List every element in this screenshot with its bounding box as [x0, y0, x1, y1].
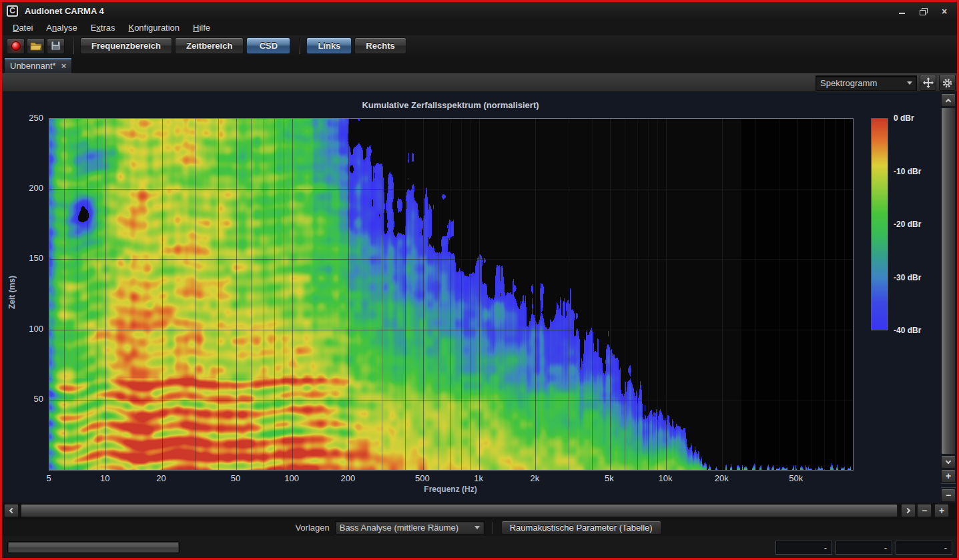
colorbar-tick-label: -20 dBr — [894, 220, 940, 229]
colorbar — [871, 118, 888, 330]
toolbar-separator — [299, 38, 300, 54]
menu-bar: DateiAnalyseExtrasKonfigurationHilfe — [2, 20, 957, 35]
links-channel-button[interactable]: Links — [306, 37, 352, 54]
vertical-scrollbar-thumb[interactable] — [941, 107, 956, 455]
frequenzbereich-button[interactable]: Frequenzbereich — [80, 37, 172, 54]
move-arrows-icon — [922, 77, 934, 89]
x-tick-label: 20 — [156, 473, 166, 483]
x-tick-label: 500 — [415, 473, 430, 483]
menu-item-hilfe[interactable]: Hilfe — [188, 21, 215, 34]
y-tick-label: 200 — [2, 183, 43, 193]
csd-button[interactable]: CSD — [246, 37, 290, 54]
open-file-button[interactable] — [27, 38, 45, 54]
view-options-bar: Spektrogramm — [2, 73, 957, 92]
x-tick-label: 10k — [659, 473, 673, 483]
spectrogram-canvas[interactable] — [49, 119, 853, 470]
tab-label: Unbennant* — [10, 61, 56, 71]
x-axis-label: Frequenz (Hz) — [49, 485, 852, 494]
restore-button[interactable] — [917, 6, 929, 17]
app-icon: C — [7, 5, 18, 17]
y-tick-label: 150 — [2, 253, 43, 263]
vorlagen-dropdown-value: Bass Analyse (mittlere Räume) — [340, 523, 469, 533]
application-window: C Audionet CARMA 4 × DateiAnalyseExtrasK… — [0, 0, 959, 560]
y-tick-label: 250 — [2, 113, 43, 123]
y-tick-label: 50 — [2, 394, 43, 404]
scroll-up-button[interactable] — [941, 93, 956, 107]
restore-icon — [920, 8, 927, 15]
record-button[interactable] — [7, 38, 25, 54]
tab-unbennant[interactable]: Unbennant* × — [4, 57, 72, 73]
spectrogram-plot[interactable] — [49, 118, 854, 471]
tab-bar: Unbennant* × — [2, 56, 957, 73]
gear-icon — [942, 77, 953, 89]
chevron-down-icon — [907, 81, 912, 85]
chevron-right-icon — [905, 508, 910, 513]
chart-title: Kumulative Zerfallsspektrum (normalisier… — [49, 100, 852, 110]
toolbar-separator — [73, 38, 74, 54]
menu-item-konfiguration[interactable]: Konfiguration — [123, 21, 184, 34]
settings-button[interactable] — [939, 75, 956, 91]
horizontal-scrollbar-thumb[interactable] — [21, 504, 898, 517]
x-tick-label: 5k — [605, 473, 614, 483]
zoom-in-horizontal-button[interactable]: + — [934, 504, 949, 517]
menu-item-datei[interactable]: Datei — [8, 21, 37, 34]
rechts-channel-button[interactable]: Rechts — [354, 37, 406, 54]
vorlagen-dropdown[interactable]: Bass Analyse (mittlere Räume) — [335, 521, 485, 535]
window-controls: × — [896, 6, 950, 17]
minimize-button[interactable] — [896, 6, 908, 17]
zoom-out-horizontal-button[interactable]: − — [917, 504, 932, 517]
x-tick-label: 50 — [231, 473, 240, 483]
colorbar-tick-label: 0 dBr — [894, 113, 940, 123]
x-tick-label: 50k — [789, 473, 803, 483]
x-tick-label: 100 — [284, 473, 299, 483]
title-bar[interactable]: C Audionet CARMA 4 × — [2, 2, 957, 20]
x-tick-label: 200 — [341, 473, 356, 483]
menu-item-extras[interactable]: Extras — [86, 21, 120, 34]
progress-bar — [7, 541, 180, 553]
x-tick-label: 1k — [474, 473, 483, 483]
chevron-left-icon — [9, 508, 15, 513]
status-bar: - - - — [2, 536, 957, 558]
minimize-icon — [899, 13, 905, 14]
colorbar-tick-label: -40 dBr — [894, 326, 940, 335]
menu-item-analyse[interactable]: Analyse — [41, 21, 81, 34]
pan-button[interactable] — [920, 75, 936, 91]
window-title: Audionet CARMA 4 — [25, 6, 104, 16]
chart-panel: Kumulative Zerfallsspektrum (normalisier… — [2, 92, 957, 503]
status-field-1: - — [775, 541, 832, 555]
view-selector-dropdown[interactable]: Spektrogramm — [816, 75, 917, 91]
y-tick-label: 100 — [2, 324, 43, 334]
colorbar-tick-label: -10 dBr — [894, 167, 940, 176]
x-tick-label: 10 — [100, 473, 109, 483]
status-field-3: - — [896, 541, 952, 555]
zoom-in-vertical-button[interactable]: + — [941, 469, 956, 483]
floppy-disk-icon — [51, 41, 61, 51]
raumakustik-parameter-button[interactable]: Raumakustische Parameter (Tabelle) — [501, 521, 661, 535]
templates-bar: Vorlagen Bass Analyse (mittlere Räume) R… — [2, 519, 957, 536]
view-selector-value: Spektrogramm — [820, 78, 902, 88]
scroll-down-button[interactable] — [941, 455, 956, 469]
scroll-right-button[interactable] — [901, 504, 916, 517]
record-icon — [11, 41, 21, 51]
chevron-down-icon — [474, 526, 480, 529]
x-tick-label: 2k — [531, 473, 540, 483]
scroll-left-button[interactable] — [4, 504, 19, 517]
zeitbereich-button[interactable]: Zeitbereich — [175, 37, 244, 54]
chevron-down-icon — [946, 459, 951, 464]
vorlagen-label: Vorlagen — [295, 523, 329, 533]
toolbar: Frequenzbereich Zeitbereich CSD Links Re… — [2, 35, 957, 56]
horizontal-scrollbar[interactable]: − + — [2, 503, 957, 519]
tab-close-icon[interactable]: × — [61, 61, 67, 71]
close-button[interactable]: × — [938, 6, 950, 17]
y-axis-label: Zeit (ms) — [7, 276, 17, 309]
x-tick-label: 20k — [715, 473, 729, 483]
save-button[interactable] — [47, 38, 65, 54]
scrollbar-separator — [941, 483, 956, 488]
chevron-up-icon — [946, 98, 951, 103]
colorbar-tick-label: -30 dBr — [894, 273, 940, 282]
x-tick-label: 5 — [46, 473, 51, 483]
zoom-out-vertical-button[interactable]: − — [941, 489, 956, 502]
folder-icon — [30, 41, 42, 51]
separator — [493, 522, 493, 534]
vertical-scrollbar[interactable]: + − — [941, 93, 956, 503]
